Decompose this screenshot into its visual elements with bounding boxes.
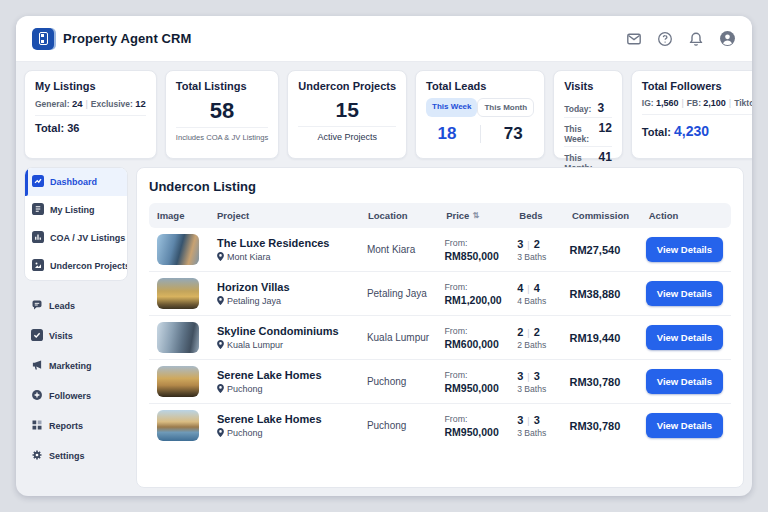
sidebar-item-leads[interactable]: Leads <box>24 291 128 321</box>
help-icon[interactable] <box>657 31 673 47</box>
location-cell: Petaling Jaya <box>367 288 439 299</box>
sidebar-item-my-listing[interactable]: My Listing <box>25 196 127 224</box>
table-row: Skyline Condominiums Kuala Lumpur Kuala … <box>149 316 731 360</box>
settings-icon <box>31 449 43 463</box>
property-thumbnail <box>157 410 199 441</box>
view-details-button[interactable]: View Details <box>646 281 723 306</box>
user-icon[interactable] <box>719 30 736 47</box>
app-window: Property Agent CRM My Listings General: … <box>16 16 752 496</box>
property-thumbnail <box>157 278 199 309</box>
card-undercon-projects: Undercon Projects 15 Active Projects <box>287 70 407 159</box>
card-my-listings: My Listings General: 24|Exclusive: 12 To… <box>24 70 157 159</box>
undercon-projects-subtitle: Active Projects <box>298 126 396 142</box>
col-location: Location <box>368 210 440 221</box>
view-details-button[interactable]: View Details <box>646 413 723 438</box>
beds-cell: 2|2 2 Baths <box>517 326 563 350</box>
col-project: Project <box>217 210 362 221</box>
price-cell: From: RM1,200,00 <box>445 282 512 306</box>
leads-month-value: 73 <box>504 124 523 144</box>
my-listings-breakdown: General: 24|Exclusive: 12 <box>35 98 146 109</box>
card-title: Visits <box>564 80 612 92</box>
reports-icon <box>31 419 43 433</box>
followers-breakdown: IG: 1,560|FB: 2,100|Tiktok 570 <box>642 98 752 108</box>
undercon-listing-panel: Undercon Listing Image Project Location … <box>136 167 744 488</box>
mail-icon[interactable] <box>626 31 642 47</box>
col-image: Image <box>157 210 211 221</box>
followers-icon <box>31 389 43 403</box>
col-commission: Commission <box>572 210 643 221</box>
property-thumbnail <box>157 366 199 397</box>
sidebar-item-dashboard[interactable]: Dashboard <box>25 168 127 196</box>
view-details-button[interactable]: View Details <box>646 369 723 394</box>
project-name: Serene Lake Homes <box>217 413 361 425</box>
sidebar: Dashboard My Listing COA / JV Listings U… <box>24 167 128 488</box>
commission-cell: RM27,540 <box>570 244 640 256</box>
beds-cell: 3|3 3 Baths <box>517 414 563 438</box>
table-row: The Luxe Residences Mont Kiara Mont Kiar… <box>149 228 731 272</box>
table-row: Horizon Villas Petaling Jaya Petaling Ja… <box>149 272 731 316</box>
bell-icon[interactable] <box>688 31 704 47</box>
property-thumbnail <box>157 322 199 353</box>
beds-cell: 4|4 4 Baths <box>517 282 563 306</box>
undercon-icon <box>32 259 44 273</box>
commission-cell: RM38,880 <box>570 288 640 300</box>
sidebar-item-settings[interactable]: Settings <box>24 441 128 471</box>
beds-cell: 3|2 3 Baths <box>517 238 563 262</box>
card-total-followers: Total Followers IG: 1,560|FB: 2,100|Tikt… <box>631 70 752 159</box>
price-cell: From: RM950,000 <box>445 370 512 394</box>
stats-row: My Listings General: 24|Exclusive: 12 To… <box>16 62 752 159</box>
location-cell: Puchong <box>367 376 439 387</box>
location-cell: Mont Kiara <box>367 244 439 255</box>
card-visits: Visits Today:3 This Week:12 This Month:4… <box>553 70 623 159</box>
location-pin-icon <box>217 340 224 351</box>
card-total-listings: Total Listings 58 Includes COA & JV List… <box>165 70 279 159</box>
app-logo-icon <box>32 28 54 50</box>
table-header: Image Project Location Price⇅ Beds Commi… <box>149 203 731 228</box>
price-cell: From: RM600,000 <box>445 326 512 350</box>
dashboard-icon <box>32 175 44 189</box>
panel-title: Undercon Listing <box>149 179 731 194</box>
col-price[interactable]: Price⇅ <box>446 210 513 221</box>
commission-cell: RM30,780 <box>570 420 640 432</box>
commission-cell: RM19,440 <box>570 332 640 344</box>
leads-icon <box>31 299 43 313</box>
leads-week-value: 18 <box>438 124 457 144</box>
my-listings-total: Total: 36 <box>35 122 146 134</box>
location-pin-icon <box>217 296 224 307</box>
project-name: Horizon Villas <box>217 281 361 293</box>
view-details-button[interactable]: View Details <box>646 237 723 262</box>
app-title: Property Agent CRM <box>63 31 191 46</box>
sidebar-item-reports[interactable]: Reports <box>24 411 128 441</box>
sidebar-item-undercon-projects[interactable]: Undercon Projects <box>25 252 127 280</box>
visits-week: This Week:12 <box>564 117 612 146</box>
beds-cell: 3|3 3 Baths <box>517 370 563 394</box>
sidebar-item-marketing[interactable]: Marketing <box>24 351 128 381</box>
sort-icon[interactable]: ⇅ <box>472 211 479 220</box>
sidebar-item-visits[interactable]: Visits <box>24 321 128 351</box>
location-pin-icon <box>217 252 224 263</box>
visits-icon <box>31 329 43 343</box>
app-header: Property Agent CRM <box>16 16 752 62</box>
project-name: The Luxe Residences <box>217 237 361 249</box>
col-action: Action <box>649 210 723 221</box>
card-title: Total Followers <box>642 80 752 92</box>
table-row: Serene Lake Homes Puchong Puchong From: … <box>149 404 731 447</box>
card-title: Undercon Projects <box>298 80 396 92</box>
project-name: Serene Lake Homes <box>217 369 361 381</box>
tab-this-month[interactable]: This Month <box>477 98 534 117</box>
price-cell: From: RM950,000 <box>445 414 512 438</box>
view-details-button[interactable]: View Details <box>646 325 723 350</box>
card-title: Total Listings <box>176 80 268 92</box>
location-pin-icon <box>217 384 224 395</box>
sidebar-item-coa-jv-listings[interactable]: COA / JV Listings <box>25 224 127 252</box>
location-cell: Puchong <box>367 420 439 431</box>
property-thumbnail <box>157 234 199 265</box>
table-row: Serene Lake Homes Puchong Puchong From: … <box>149 360 731 404</box>
total-listings-subtitle: Includes COA & JV Listings <box>176 127 268 142</box>
card-title: Total Leads <box>426 80 534 92</box>
sidebar-item-followers[interactable]: Followers <box>24 381 128 411</box>
followers-total: Total: 4,230 <box>642 123 752 139</box>
price-cell: From: RM850,000 <box>445 238 512 262</box>
tab-this-week[interactable]: This Week <box>426 98 477 117</box>
card-total-leads: Total Leads This Week This Month 18 73 <box>415 70 545 159</box>
